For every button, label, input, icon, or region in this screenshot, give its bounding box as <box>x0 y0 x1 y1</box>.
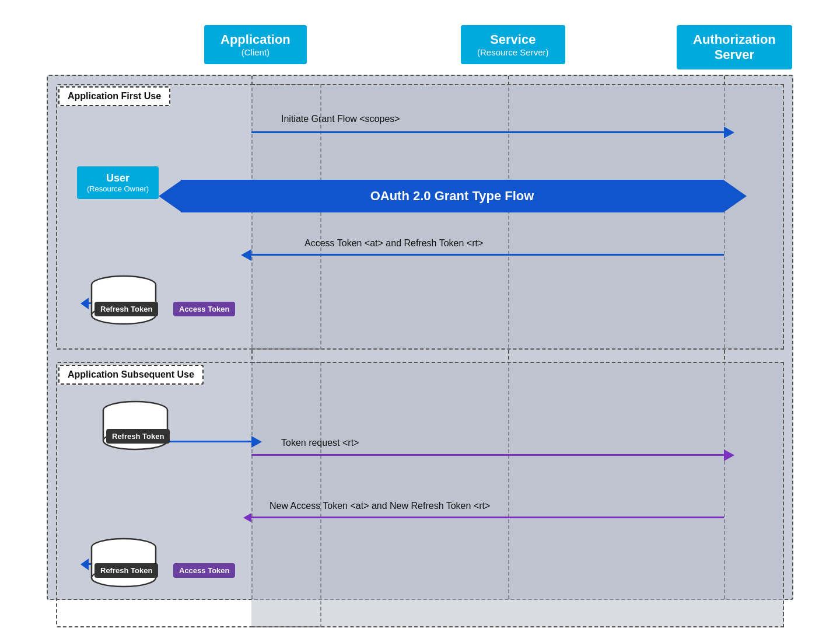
arrow-new-tokens <box>251 517 724 518</box>
actor-service: Service (Resource Server) <box>461 25 565 64</box>
arrow-tokens-response <box>251 254 724 256</box>
refresh-token-badge-1: Refresh Token <box>94 302 158 316</box>
db-cylinder-2 <box>100 400 170 452</box>
arrow-initiate <box>251 131 724 133</box>
arrowhead-new-tokens-left <box>243 513 251 522</box>
arrowhead-db3-left <box>80 559 89 570</box>
arrow-token-request <box>251 454 724 456</box>
section-first-use: Application First Use <box>58 86 170 106</box>
refresh-token-badge-3: Refresh Token <box>94 563 158 578</box>
oauth-arrow-right-head <box>723 180 747 212</box>
label-new-tokens: New Access Token <at> and New Refresh To… <box>270 501 490 511</box>
label-initiate: Initiate Grant Flow <scopes> <box>281 114 400 124</box>
label-tokens-response: Access Token <at> and Refresh Token <rt> <box>304 238 483 249</box>
oauth-arrow-left-head <box>159 180 182 212</box>
arrowhead-initiate-right <box>724 127 734 138</box>
oauth-arrow-body: OAuth 2.0 Grant Type Flow <box>181 180 723 212</box>
arrowhead-token-request-right <box>724 449 734 461</box>
arrowhead-tokens-left <box>241 249 251 261</box>
oauth-arrow-label: OAuth 2.0 Grant Type Flow <box>370 189 534 204</box>
arrowhead-db1-left <box>80 298 89 309</box>
actor-application: Application (Client) <box>204 25 307 64</box>
access-token-badge-2: Access Token <box>173 563 235 578</box>
user-box: User (Resource Owner) <box>77 166 159 199</box>
section-subsequent-use-bg <box>251 362 784 627</box>
section-subsequent-use: Application Subsequent Use <box>58 365 204 385</box>
access-token-badge-1: Access Token <box>173 302 235 316</box>
refresh-token-badge-2: Refresh Token <box>106 429 170 444</box>
actor-auth-server: Authorization Server <box>677 25 792 69</box>
arrowhead-db2-right <box>251 436 262 448</box>
db-cylinder-1 <box>89 274 159 326</box>
arrow-from-db2 <box>169 441 251 442</box>
label-token-request: Token request <rt> <box>281 438 359 448</box>
diagram-wrapper: Application (Client) Service (Resource S… <box>35 22 805 606</box>
main-area: Application First Use Initiate Grant Flo… <box>47 75 793 600</box>
